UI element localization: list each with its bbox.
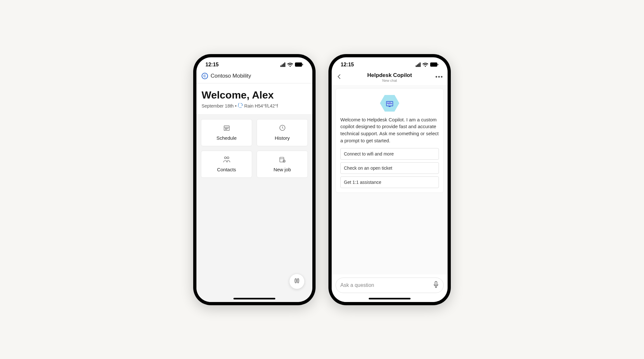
prompt-assistance[interactable]: Get 1:1 assistance [340,176,439,188]
chat-subtitle: New chat [344,79,435,82]
svg-line-3 [240,107,241,108]
chat-title: Helpdesk Copilot [344,72,435,79]
copilot-icon [293,277,300,286]
back-button[interactable] [336,73,344,81]
svg-line-4 [241,107,242,108]
status-icons [280,62,303,67]
tile-history[interactable]: History [257,119,308,146]
tile-contacts[interactable]: Contacts [201,151,252,178]
svg-point-8 [226,128,227,128]
chat-header: Helpdesk Copilot New chat ••• [332,70,448,85]
rain-icon [238,103,243,109]
tile-label: New job [273,167,291,172]
tile-schedule[interactable]: Schedule [201,119,252,146]
status-icons [416,62,439,67]
svg-rect-24 [435,281,437,285]
welcome-hero: Welcome, Alex September 18th • Rain H54°… [196,83,312,115]
app-name: Contoso Mobility [211,73,251,79]
chat-input-container[interactable] [336,278,444,293]
home-indicator [233,298,275,299]
signal-icon [416,62,421,67]
svg-point-14 [227,157,229,159]
welcome-message: Welcome to Helpdesk Copilot. I am a cust… [340,116,439,144]
chat-body: Welcome to Helpdesk Copilot. I am a cust… [332,85,448,274]
app-header: C Contoso Mobility [196,70,312,83]
svg-point-13 [224,157,226,159]
contoso-logo-icon: C [202,73,208,79]
status-bar: 12:15 [196,57,312,70]
tile-label: Contacts [217,167,236,172]
people-icon [223,156,231,164]
svg-rect-0 [295,62,302,67]
signal-icon [280,62,285,67]
svg-point-11 [226,129,227,129]
wifi-icon [422,62,428,67]
copilot-avatar-icon [340,95,439,112]
new-job-icon [279,156,286,164]
svg-point-7 [225,128,225,128]
calendar-icon [223,124,230,133]
prompt-wifi[interactable]: Connect to wifi and more [340,148,439,160]
svg-rect-1 [302,64,303,65]
status-bar: 12:15 [332,57,448,70]
battery-icon [295,62,303,67]
svg-rect-20 [430,62,437,67]
more-menu-button[interactable]: ••• [435,74,443,80]
prompt-ticket[interactable]: Check on an open ticket [340,162,439,174]
svg-rect-21 [438,64,438,65]
history-icon [279,124,286,133]
svg-point-10 [225,129,225,129]
battery-icon [430,62,439,67]
status-time: 12:15 [341,62,354,68]
tile-label: History [275,135,290,141]
tile-new-job[interactable]: New job [257,151,308,178]
welcome-card: Welcome to Helpdesk Copilot. I am a cust… [336,88,444,193]
wifi-icon [287,62,293,67]
date-text: September 18th [202,103,234,109]
copilot-fab[interactable] [289,274,305,289]
svg-rect-15 [279,157,284,162]
svg-line-2 [239,107,240,108]
phone-frame-left: 12:15 C Contoso Mobility Welcome, Alex S… [193,54,316,305]
tile-label: Schedule [216,135,237,141]
welcome-heading: Welcome, Alex [202,89,307,101]
status-time: 12:15 [205,62,219,68]
weather-text: Rain H54°f/L42°f [244,103,278,109]
home-indicator [369,298,411,299]
mic-icon[interactable] [433,281,439,289]
chat-text-input[interactable] [340,282,430,288]
phone-frame-right: 12:15 Helpdesk Copilot New chat ••• [328,54,451,305]
svg-point-9 [227,128,228,128]
